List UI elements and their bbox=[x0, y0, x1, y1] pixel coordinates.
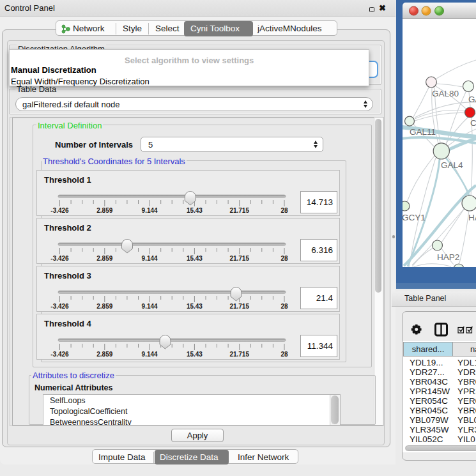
svg-text:21.715: 21.715 bbox=[229, 255, 249, 262]
svg-text:9.144: 9.144 bbox=[142, 303, 158, 310]
svg-text:-3.426: -3.426 bbox=[50, 255, 69, 262]
svg-text:15.43: 15.43 bbox=[187, 351, 203, 358]
svg-text:HA: HA bbox=[468, 213, 476, 222]
svg-text:15.43: 15.43 bbox=[187, 207, 203, 214]
svg-text:28: 28 bbox=[280, 255, 288, 262]
svg-text:-3.426: -3.426 bbox=[50, 351, 69, 358]
svg-text:28: 28 bbox=[280, 207, 288, 214]
svg-text:9.144: 9.144 bbox=[142, 351, 158, 358]
svg-text:HAP2: HAP2 bbox=[437, 252, 459, 262]
svg-text:-3.426: -3.426 bbox=[50, 207, 69, 214]
svg-text:2.859: 2.859 bbox=[96, 255, 112, 262]
svg-text:15.43: 15.43 bbox=[187, 255, 203, 262]
svg-text:21.715: 21.715 bbox=[229, 303, 249, 310]
svg-text:GAL80: GAL80 bbox=[432, 89, 459, 98]
svg-text:2.859: 2.859 bbox=[96, 207, 112, 214]
svg-text:-3.426: -3.426 bbox=[50, 303, 69, 310]
svg-text:15.43: 15.43 bbox=[187, 303, 203, 310]
svg-text:2.859: 2.859 bbox=[96, 351, 112, 358]
svg-text:GAL11: GAL11 bbox=[410, 127, 436, 137]
svg-text:28: 28 bbox=[280, 351, 288, 358]
svg-text:GAL4: GAL4 bbox=[441, 160, 463, 170]
svg-text:C: C bbox=[470, 118, 476, 128]
svg-text:GA: GA bbox=[468, 95, 476, 104]
svg-text:9.144: 9.144 bbox=[142, 255, 158, 262]
svg-text:21.715: 21.715 bbox=[229, 351, 249, 358]
svg-text:9.144: 9.144 bbox=[142, 207, 158, 214]
svg-text:GCY1: GCY1 bbox=[403, 213, 426, 222]
svg-text:28: 28 bbox=[280, 303, 288, 310]
svg-text:21.715: 21.715 bbox=[229, 207, 249, 214]
svg-text:2.859: 2.859 bbox=[96, 303, 112, 310]
